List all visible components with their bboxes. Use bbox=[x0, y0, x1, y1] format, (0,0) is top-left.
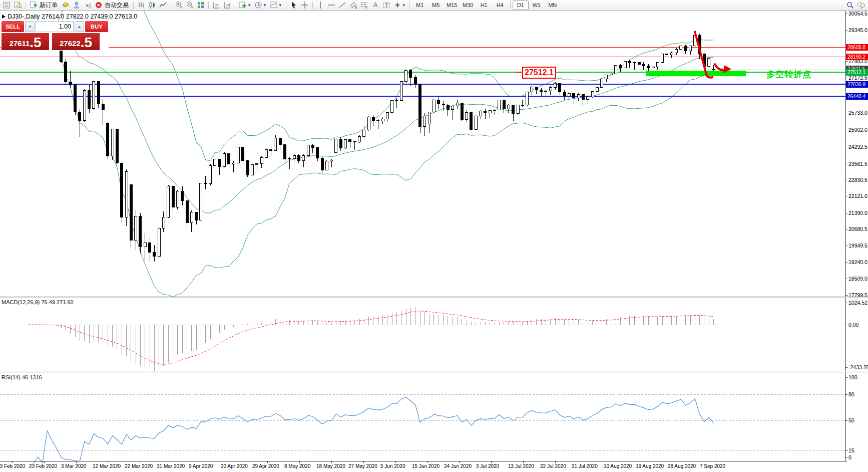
macd-label: MACD(12,26,9) 76.49 271.60 bbox=[2, 299, 74, 305]
signals-icon[interactable] bbox=[82, 1, 93, 10]
toolbar-separator bbox=[235, 2, 235, 9]
periods-menu-icon[interactable]: ▼ bbox=[253, 1, 268, 10]
indicators-menu-icon[interactable]: ▼ bbox=[237, 1, 253, 10]
price-tick: 21390.0 bbox=[848, 210, 867, 216]
date-tick bbox=[459, 461, 460, 463]
toolbar-separator bbox=[133, 2, 134, 9]
market-watch-icon[interactable] bbox=[2, 1, 13, 10]
date-tick bbox=[587, 461, 587, 463]
indicator-scale-tick: 0.00 bbox=[848, 322, 858, 328]
date-tick bbox=[204, 461, 204, 463]
chart-shift-icon[interactable] bbox=[211, 1, 222, 10]
one-click-trading-panel: SELL ▼ ▲ BUY 27611.5 27622.5 bbox=[1, 21, 109, 51]
price-level-callout[interactable]: 27512.1 bbox=[522, 67, 556, 79]
sell-button[interactable]: SELL bbox=[2, 21, 24, 32]
date-label: 22 Jul 2020 bbox=[540, 463, 566, 469]
price-badge: 26440.4 bbox=[846, 93, 868, 100]
bar-chart-icon[interactable] bbox=[136, 1, 147, 10]
price-tick: 19949.5 bbox=[848, 243, 867, 249]
text-icon[interactable]: A bbox=[370, 1, 381, 10]
line-chart-icon[interactable] bbox=[158, 1, 169, 10]
date-tick bbox=[491, 461, 492, 463]
price-tick: 22830.5 bbox=[848, 177, 867, 183]
fibonacci-icon[interactable]: F bbox=[359, 1, 370, 10]
date-label: 29 Apr 2020 bbox=[252, 463, 279, 469]
indicator-scale-tick: 50 bbox=[848, 417, 854, 423]
indicator-scale-tick: 15 bbox=[848, 447, 854, 453]
date-label: 12 Mar 2020 bbox=[93, 463, 121, 469]
timeframe-m5[interactable]: M5 bbox=[428, 1, 444, 10]
price-tick: 20680.5 bbox=[848, 226, 867, 232]
text-label-icon[interactable]: T bbox=[381, 1, 392, 10]
autotrading-icon[interactable] bbox=[93, 1, 104, 10]
date-label: 13 Feb 2020 bbox=[0, 463, 25, 469]
timeframe-mn[interactable]: MN bbox=[545, 1, 561, 10]
price-tick: 25733.0 bbox=[848, 110, 867, 116]
price-badge: 28605.8 bbox=[846, 44, 868, 51]
main-toolbar: 新订单 自动交易 ▼ ▼ ▼ E F A T ▼ M1M5M15M30H1H4D… bbox=[0, 0, 868, 11]
volume-decrease-stepper[interactable]: ▼ bbox=[25, 21, 35, 32]
sell-price-display[interactable]: 27611.5 bbox=[2, 33, 49, 50]
trendline-icon[interactable] bbox=[337, 1, 348, 10]
buy-button[interactable]: BUY bbox=[85, 21, 108, 32]
pivot-annotation[interactable]: 多空转折点 bbox=[766, 69, 811, 80]
date-tick bbox=[395, 461, 396, 463]
buy-price-frac: .5 bbox=[81, 36, 92, 50]
date-tick bbox=[555, 461, 556, 463]
volume-input[interactable] bbox=[36, 21, 74, 32]
search-icon[interactable] bbox=[844, 1, 855, 10]
price-tick: 25002.0 bbox=[848, 127, 867, 133]
timeframe-h1[interactable]: H1 bbox=[476, 1, 492, 10]
toolbar-separator bbox=[312, 2, 313, 9]
auto-scroll-icon[interactable] bbox=[222, 1, 233, 10]
timeframe-m30[interactable]: M30 bbox=[460, 1, 476, 10]
date-label: 24 Jun 2020 bbox=[444, 463, 472, 469]
data-window-icon[interactable] bbox=[13, 1, 24, 10]
svg-text:A: A bbox=[373, 2, 377, 9]
arrows-menu-icon[interactable]: ▼ bbox=[392, 1, 407, 10]
svg-text:F: F bbox=[365, 6, 367, 9]
rsi-label: RSI(14) 46.1316 bbox=[2, 374, 42, 380]
pane-separator-rsi[interactable] bbox=[0, 371, 868, 372]
chat-icon[interactable] bbox=[855, 1, 866, 10]
date-tick bbox=[267, 461, 268, 463]
price-tick: 30054.5 bbox=[848, 11, 867, 17]
toolbar-separator bbox=[510, 1, 511, 8]
zoom-out-icon[interactable] bbox=[184, 1, 195, 10]
indicator-scale-tick: 0 bbox=[848, 454, 851, 460]
cursor-icon[interactable] bbox=[288, 1, 299, 10]
vertical-line-icon[interactable] bbox=[315, 1, 326, 10]
timeframe-w1[interactable]: W1 bbox=[529, 1, 545, 10]
horizontal-line-icon[interactable] bbox=[326, 1, 337, 10]
oneclick-expand-icon[interactable] bbox=[2, 15, 6, 19]
pane-separator-macd[interactable] bbox=[0, 297, 868, 298]
toolbar-separator bbox=[208, 2, 209, 9]
tile-windows-icon[interactable] bbox=[195, 1, 206, 10]
autotrading-label[interactable]: 自动交易 bbox=[105, 1, 129, 10]
svg-text:T: T bbox=[385, 3, 388, 8]
date-tick bbox=[76, 461, 77, 463]
timeframe-d1[interactable]: D1 bbox=[513, 1, 529, 10]
new-order-icon[interactable] bbox=[28, 1, 39, 10]
zoom-in-icon[interactable] bbox=[173, 1, 184, 10]
date-label: 5 Jun 2020 bbox=[380, 463, 405, 469]
timeframe-m1[interactable]: M1 bbox=[412, 1, 428, 10]
chart-canvas[interactable] bbox=[0, 0, 868, 472]
metaeditor-icon[interactable] bbox=[71, 1, 82, 10]
timeframe-m15[interactable]: M15 bbox=[444, 1, 460, 10]
candlestick-chart-icon[interactable] bbox=[147, 1, 158, 10]
equidistant-channel-icon[interactable]: E bbox=[348, 1, 359, 10]
templates-menu-icon[interactable]: ▼ bbox=[268, 1, 284, 10]
crosshair-icon[interactable] bbox=[299, 1, 310, 10]
new-order-label[interactable]: 新订单 bbox=[40, 1, 58, 10]
date-label: 8 May 2020 bbox=[284, 463, 310, 469]
history-center-icon[interactable] bbox=[60, 1, 71, 10]
timeframe-h4[interactable]: H4 bbox=[492, 1, 508, 10]
buy-price-display[interactable]: 27622.5 bbox=[52, 33, 100, 50]
date-label: 20 Apr 2020 bbox=[221, 463, 248, 469]
price-tick: 29345.0 bbox=[848, 27, 867, 33]
date-tick bbox=[683, 461, 683, 463]
date-tick bbox=[427, 461, 427, 463]
sell-price-main: 27611 bbox=[9, 38, 30, 50]
volume-increase-stepper[interactable]: ▲ bbox=[75, 21, 84, 32]
